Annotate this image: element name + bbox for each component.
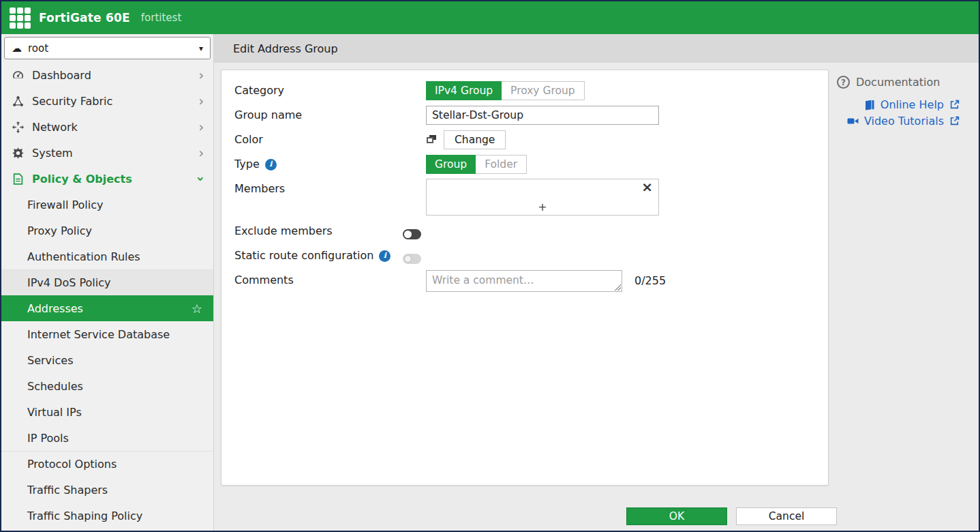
sidebar-item-schedules[interactable]: Schedules bbox=[1, 373, 213, 399]
chevron-right-icon: › bbox=[198, 69, 204, 82]
field-group-name: Group name bbox=[234, 105, 828, 125]
main-content: Edit Address Group Category IPv4 Group P… bbox=[214, 34, 979, 531]
sidebar-item-label: Proxy Policy bbox=[27, 224, 92, 237]
video-tutorials-link[interactable]: Video Tutorials bbox=[837, 115, 960, 128]
sidebar-item-policy-objects[interactable]: Policy & Objects › bbox=[1, 166, 213, 192]
members-select-box[interactable]: × + bbox=[426, 179, 659, 216]
sidebar-item-addresses[interactable]: Addresses ☆ bbox=[1, 295, 213, 321]
chevron-right-icon: › bbox=[198, 121, 204, 134]
sidebar-item-system[interactable]: System › bbox=[1, 140, 213, 166]
sidebar-item-ipv4-dos-policy[interactable]: IPv4 DoS Policy bbox=[1, 269, 213, 295]
sidebar: ☁ root ▾ Dashboard › Security Fabric › N… bbox=[1, 34, 214, 531]
category-label: Category bbox=[234, 80, 284, 101]
clear-icon[interactable]: × bbox=[641, 179, 653, 194]
category-segmented: IPv4 Group Proxy Group bbox=[426, 81, 585, 100]
static-route-label: Static route configuration bbox=[234, 246, 373, 266]
fortinet-logo-icon bbox=[10, 8, 31, 29]
sidebar-item-network[interactable]: Network › bbox=[1, 114, 213, 140]
chevron-down-icon: › bbox=[195, 176, 208, 181]
sidebar-item-dashboard[interactable]: Dashboard › bbox=[1, 62, 213, 88]
type-option-group[interactable]: Group bbox=[426, 155, 476, 174]
sidebar-item-label: Authentication Rules bbox=[27, 250, 140, 263]
video-camera-icon bbox=[847, 116, 859, 126]
page-title-bar: Edit Address Group bbox=[214, 34, 979, 63]
star-icon: ☆ bbox=[192, 301, 202, 316]
comments-label: Comments bbox=[234, 270, 294, 291]
sidebar-item-label: Dashboard bbox=[32, 69, 91, 82]
content-body: Category IPv4 Group Proxy Group Group na… bbox=[214, 63, 979, 531]
group-name-label: Group name bbox=[234, 105, 302, 125]
sidebar-item-authentication-rules[interactable]: Authentication Rules bbox=[1, 243, 213, 269]
sidebar-item-virtual-ips[interactable]: Virtual IPs bbox=[1, 399, 213, 425]
cancel-button[interactable]: Cancel bbox=[736, 507, 837, 525]
field-color: Color Change bbox=[234, 130, 828, 150]
caret-down-icon: ▾ bbox=[199, 44, 203, 53]
sidebar-item-label: Addresses bbox=[27, 302, 83, 315]
info-icon: i bbox=[379, 250, 391, 262]
sidebar-item-label: Internet Service Database bbox=[27, 328, 170, 341]
sidebar-item-label: Protocol Options bbox=[27, 458, 117, 471]
sidebar-item-label: IP Pools bbox=[27, 432, 69, 445]
app-window: FortiGate 60E fortitest ☁ root ▾ Dashboa… bbox=[0, 0, 980, 532]
info-icon: i bbox=[265, 159, 277, 171]
sidebar-item-label: Firewall Policy bbox=[27, 198, 103, 211]
network-icon bbox=[11, 121, 25, 133]
members-label: Members bbox=[234, 179, 285, 199]
sidebar-item-traffic-shapers[interactable]: Traffic Shapers bbox=[1, 477, 213, 503]
comments-textarea[interactable] bbox=[426, 270, 622, 292]
security-fabric-icon bbox=[11, 95, 25, 107]
sidebar-item-label: System bbox=[32, 147, 73, 160]
color-swatch-icon bbox=[426, 134, 437, 145]
type-segmented: Group Folder bbox=[426, 155, 527, 174]
sidebar-item-label: IPv4 DoS Policy bbox=[27, 276, 110, 289]
topbar: FortiGate 60E fortitest bbox=[1, 1, 979, 34]
group-name-input[interactable] bbox=[426, 106, 659, 125]
chevron-right-icon: › bbox=[198, 147, 204, 160]
exclude-members-toggle[interactable] bbox=[403, 229, 421, 239]
field-members: Members × + bbox=[234, 179, 828, 216]
type-option-folder[interactable]: Folder bbox=[476, 155, 527, 174]
sidebar-item-label: Traffic Shaping Policy bbox=[27, 509, 142, 522]
documentation-title: Documentation bbox=[856, 76, 940, 89]
dashboard-icon bbox=[11, 70, 25, 81]
color-change-button[interactable]: Change bbox=[444, 130, 506, 149]
question-icon: ? bbox=[837, 76, 850, 89]
sidebar-item-ip-pools[interactable]: IP Pools bbox=[1, 425, 213, 451]
field-category: Category IPv4 Group Proxy Group bbox=[234, 80, 828, 101]
vdom-selector[interactable]: ☁ root ▾ bbox=[4, 37, 211, 59]
book-icon bbox=[864, 100, 875, 110]
ok-button[interactable]: OK bbox=[626, 507, 727, 525]
field-type: Type i Group Folder bbox=[234, 154, 828, 175]
external-link-icon bbox=[949, 116, 960, 126]
cloud-icon: ☁ bbox=[12, 42, 22, 55]
static-route-toggle[interactable] bbox=[403, 254, 421, 264]
sidebar-item-traffic-shaping-policy[interactable]: Traffic Shaping Policy bbox=[1, 503, 213, 529]
add-member-icon[interactable]: + bbox=[427, 201, 658, 213]
sidebar-item-label: Policy & Objects bbox=[32, 173, 132, 186]
sidebar-item-protocol-options[interactable]: Protocol Options bbox=[1, 451, 213, 477]
sidebar-item-label: Schedules bbox=[27, 380, 83, 393]
sidebar-item-label: Security Fabric bbox=[32, 95, 112, 108]
sidebar-item-label: Traffic Shapers bbox=[27, 484, 108, 497]
sidebar-item-services[interactable]: Services bbox=[1, 347, 213, 373]
field-static-route: Static route configuration i bbox=[234, 246, 828, 266]
type-label: Type bbox=[234, 154, 260, 175]
form-actions: OK Cancel bbox=[626, 507, 837, 525]
category-option-proxy-group[interactable]: Proxy Group bbox=[502, 81, 585, 100]
policy-objects-icon bbox=[11, 173, 25, 185]
hostname: fortitest bbox=[141, 12, 181, 24]
online-help-link[interactable]: Online Help bbox=[837, 98, 960, 111]
color-label: Color bbox=[234, 130, 263, 150]
sidebar-item-security-fabric[interactable]: Security Fabric › bbox=[1, 88, 213, 114]
sidebar-item-label: Network bbox=[32, 121, 78, 134]
chevron-right-icon: › bbox=[198, 95, 204, 108]
sidebar-item-internet-service-database[interactable]: Internet Service Database bbox=[1, 321, 213, 347]
vdom-selected-value: root bbox=[28, 42, 48, 55]
category-option-ipv4-group[interactable]: IPv4 Group bbox=[426, 81, 502, 100]
page-title: Edit Address Group bbox=[233, 42, 338, 55]
sidebar-item-firewall-policy[interactable]: Firewall Policy bbox=[1, 192, 213, 218]
field-exclude-members: Exclude members bbox=[234, 221, 828, 241]
sidebar-item-label: Virtual IPs bbox=[27, 406, 82, 419]
comments-char-counter: 0/255 bbox=[634, 270, 666, 292]
sidebar-item-proxy-policy[interactable]: Proxy Policy bbox=[1, 218, 213, 243]
